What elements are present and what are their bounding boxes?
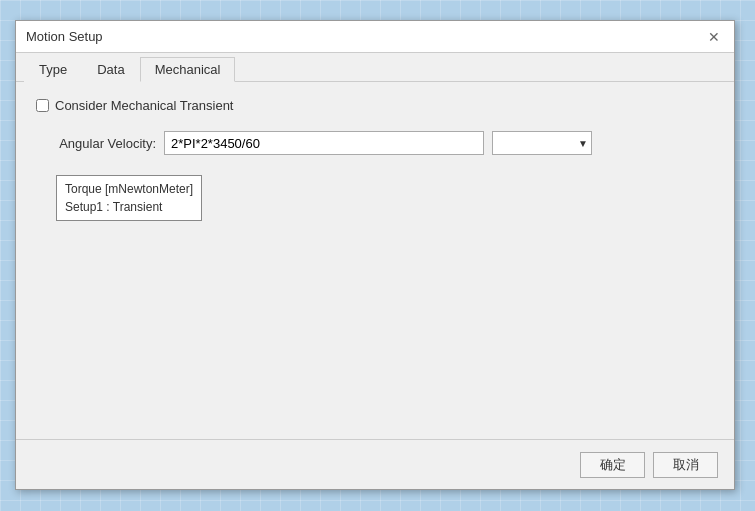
tab-content: Consider Mechanical Transient Angular Ve…	[16, 82, 734, 434]
cancel-button[interactable]: 取消	[653, 452, 718, 478]
tab-mechanical[interactable]: Mechanical	[140, 57, 236, 82]
chart-label-line2: Setup1 : Transient	[65, 198, 193, 216]
close-button[interactable]: ✕	[704, 27, 724, 47]
motion-setup-dialog: Motion Setup ✕ Type Data Mechanical Cons…	[15, 20, 735, 490]
chart-label-line1: Torque [mNewtonMeter]	[65, 180, 193, 198]
chart-info-box: Torque [mNewtonMeter] Setup1 : Transient	[56, 175, 202, 221]
consider-mechanical-transient-checkbox[interactable]	[36, 99, 49, 112]
consider-mechanical-transient-label: Consider Mechanical Transient	[55, 98, 233, 113]
dialog-title: Motion Setup	[26, 29, 103, 44]
angular-velocity-input[interactable]	[164, 131, 484, 155]
angular-velocity-dropdown-wrapper: ▼	[492, 131, 592, 155]
tab-bar: Type Data Mechanical	[16, 53, 734, 82]
tab-type[interactable]: Type	[24, 57, 82, 82]
ok-button[interactable]: 确定	[580, 452, 645, 478]
button-bar: 确定 取消	[16, 439, 734, 489]
title-bar: Motion Setup ✕	[16, 21, 734, 53]
angular-velocity-label: Angular Velocity:	[36, 136, 156, 151]
mechanical-transient-row: Consider Mechanical Transient	[36, 98, 714, 113]
tab-data[interactable]: Data	[82, 57, 139, 82]
angular-velocity-row: Angular Velocity: ▼	[36, 131, 714, 155]
chart-area: Torque [mNewtonMeter] Setup1 : Transient	[56, 175, 714, 221]
angular-velocity-dropdown[interactable]	[492, 131, 592, 155]
